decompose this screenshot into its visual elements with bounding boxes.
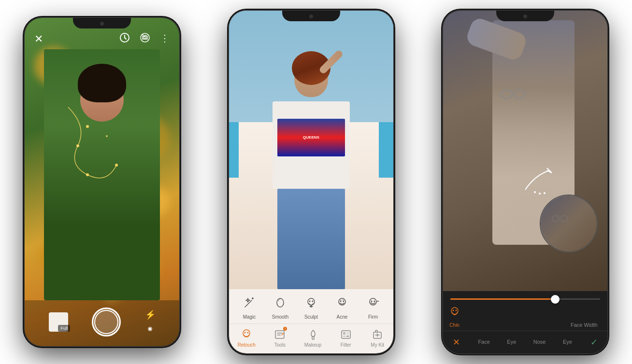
flip-camera-icon[interactable] — [140, 32, 150, 45]
svg-rect-28 — [342, 331, 350, 338]
magic-icon — [240, 293, 259, 312]
face-nav-bar: ✕ Face Eye Nose Eye ✓ — [443, 331, 607, 353]
phone-3-frame: Chin Face Width ✕ Face Eye Nose — [443, 11, 607, 353]
effects-icon[interactable]: ⁕ — [146, 324, 154, 335]
smooth-label: Smooth — [272, 314, 288, 320]
svg-point-9 — [309, 301, 310, 302]
phone-2-frame: QUEENS Ma — [229, 11, 393, 353]
face-slider-container — [443, 296, 607, 302]
svg-point-15 — [340, 300, 341, 301]
phone-3-bottom: Chin Face Width ✕ Face Eye Nose — [443, 291, 607, 353]
retouch-tools-bar: Magic Smooth — [229, 289, 393, 323]
more-options-icon[interactable]: ⋮ — [160, 32, 170, 45]
svg-rect-27 — [312, 336, 314, 339]
face-circle-inset — [540, 195, 598, 252]
svg-point-2 — [86, 173, 89, 176]
svg-point-14 — [343, 301, 344, 302]
svg-point-4 — [115, 164, 118, 167]
filter-nav-icon — [339, 328, 353, 341]
svg-point-35 — [539, 193, 541, 195]
svg-point-19 — [371, 301, 372, 302]
phone-2-screen: QUEENS Ma — [229, 11, 393, 353]
acne-icon — [332, 293, 352, 312]
sculpt-label: Sculpt — [304, 314, 318, 320]
close-icon[interactable]: ✕ — [34, 33, 43, 45]
tool-acne[interactable]: Acne — [332, 293, 352, 320]
phone-3-main-image — [443, 11, 607, 291]
nav-tools[interactable]: ! Tools — [273, 328, 287, 348]
phone-2-main-image: QUEENS — [229, 11, 393, 289]
svg-point-38 — [452, 310, 454, 311]
svg-point-22 — [378, 301, 379, 302]
chin-label: Chin — [449, 322, 460, 328]
nav-makeup[interactable]: Makeup — [304, 328, 322, 348]
svg-rect-29 — [343, 332, 345, 335]
svg-point-25 — [247, 332, 249, 334]
nav-retouch[interactable]: Retouch — [238, 328, 256, 348]
svg-point-8 — [308, 298, 315, 305]
mykit-nav-label: My Kit — [371, 342, 384, 348]
shutter-button[interactable] — [92, 308, 121, 336]
face-nav-nose[interactable]: Nose — [533, 339, 546, 345]
woman-figure: QUEENS — [263, 39, 359, 289]
sculpt-icon — [302, 293, 321, 312]
svg-point-24 — [244, 332, 246, 334]
main-image — [25, 42, 179, 308]
phone-1-background: ✕ — [25, 18, 179, 346]
phone-1-screen: ✕ — [25, 18, 179, 346]
chin-icon — [448, 305, 461, 321]
firm-icon — [363, 293, 383, 312]
svg-rect-30 — [346, 332, 349, 335]
smooth-icon — [271, 293, 290, 312]
face-nav-eye2[interactable]: Eye — [563, 339, 572, 345]
svg-point-0 — [86, 125, 89, 128]
face-width-label: Face Width — [571, 322, 598, 328]
slider-fill — [450, 298, 555, 300]
svg-point-39 — [455, 310, 457, 311]
thumbnail-button[interactable]: Full — [49, 312, 68, 332]
phone-1-frame: ✕ — [25, 18, 179, 346]
svg-point-21 — [377, 301, 378, 302]
phone-3-screen: Chin Face Width ✕ Face Eye Nose — [443, 11, 607, 353]
svg-point-36 — [544, 192, 546, 194]
svg-rect-26 — [275, 331, 284, 338]
confirm-button[interactable]: ✓ — [581, 331, 607, 353]
svg-rect-32 — [346, 336, 349, 337]
firm-label: Firm — [368, 314, 378, 320]
chin-option[interactable]: Chin — [448, 305, 461, 328]
phone-1-footer: Full ⚡ ⁕ — [25, 300, 179, 346]
magic-label: Magic — [243, 314, 256, 320]
phone-2-nav: Retouch ! Tools — [229, 323, 393, 353]
nav-filter[interactable]: Filter — [339, 328, 353, 348]
svg-point-3 — [106, 135, 108, 137]
svg-point-16 — [343, 299, 344, 300]
tool-smooth[interactable]: Smooth — [271, 293, 290, 320]
arrow-decoration — [520, 166, 559, 195]
tool-magic[interactable]: Magic — [240, 293, 259, 320]
face-nav-face[interactable]: Face — [478, 339, 489, 345]
main-container: ✕ — [0, 0, 632, 364]
face-options-row: Chin Face Width — [443, 302, 607, 331]
tools-nav-label: Tools — [274, 342, 286, 348]
full-label: Full — [58, 325, 70, 332]
slider-thumb[interactable] — [551, 295, 560, 304]
face-nav-eye[interactable]: Eye — [507, 339, 516, 345]
cancel-button[interactable]: ✕ — [443, 331, 470, 353]
glasses — [501, 89, 526, 99]
nav-mykit[interactable]: My Kit — [370, 328, 385, 348]
mykit-nav-icon — [370, 328, 385, 341]
timer-icon[interactable] — [119, 32, 130, 45]
phone-1-header: ✕ — [25, 32, 179, 45]
footer-extras: ⚡ ⁕ — [145, 309, 156, 335]
face-nav-items: Face Eye Nose Eye — [470, 334, 581, 350]
tool-sculpt[interactable]: Sculpt — [302, 293, 321, 320]
retouch-nav-icon — [239, 328, 254, 341]
svg-point-34 — [534, 191, 536, 193]
svg-point-20 — [373, 301, 375, 302]
tool-firm[interactable]: Firm — [363, 293, 383, 320]
face-width-label-container: Face Width — [461, 305, 603, 328]
face-slider-track[interactable] — [450, 298, 600, 300]
flash-icon[interactable]: ⚡ — [145, 309, 156, 320]
filter-nav-label: Filter — [341, 342, 351, 348]
svg-point-17 — [342, 299, 343, 300]
